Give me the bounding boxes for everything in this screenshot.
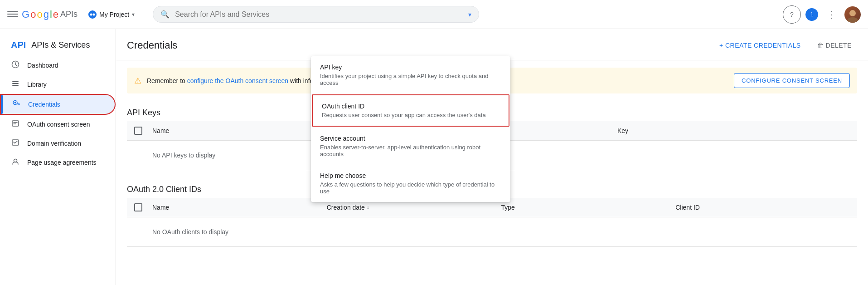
svg-point-3 xyxy=(847,17,858,23)
dropdown-item-oauth-client-id[interactable]: OAuth client ID Requests user consent so… xyxy=(312,94,509,127)
apis-label: APIs xyxy=(60,10,78,19)
dashboard-label: Dashboard xyxy=(27,62,58,69)
oauth-consent-icon xyxy=(11,119,20,129)
api-key-desc: Identifies your project using a simple A… xyxy=(320,73,501,86)
help-choose-desc: Asks a few questions to help you decide … xyxy=(320,181,501,195)
library-label: Library xyxy=(27,81,47,88)
svg-rect-11 xyxy=(19,104,20,105)
svg-rect-5 xyxy=(12,81,19,82)
svg-rect-12 xyxy=(12,121,19,126)
sidebar-header: API APIs & Services xyxy=(0,33,116,56)
configure-oauth-link[interactable]: configure the OAuth consent screen xyxy=(187,77,288,84)
nav-right-section: ? 1 ⋮ xyxy=(783,5,861,24)
sidebar-item-oauth-consent[interactable]: OAuth consent screen xyxy=(0,115,116,134)
library-icon xyxy=(11,79,20,89)
oauth-clients-table: Name Creation date ↓ Type Client ID No O… xyxy=(127,198,857,247)
api-keys-empty-text: No API keys to display xyxy=(152,146,215,164)
sidebar-header-text: APIs & Services xyxy=(31,40,90,50)
oauth-client-id-desc: Requests user consent so your app can ac… xyxy=(322,112,499,118)
service-account-title: Service account xyxy=(320,135,501,142)
domain-verification-icon xyxy=(11,138,20,148)
svg-point-9 xyxy=(15,102,16,103)
top-navigation: Google APIs My Project ▾ 🔍 ▾ ? 1 ⋮ xyxy=(0,0,868,29)
oauth-clients-creation-header: Creation date ↓ xyxy=(327,204,501,211)
warning-icon: ⚠ xyxy=(134,76,141,86)
dropdown-item-service-account[interactable]: Service account Enables server-to-server… xyxy=(311,128,510,165)
svg-point-0 xyxy=(90,13,92,15)
api-keys-select-all-checkbox[interactable] xyxy=(134,127,142,135)
dropdown-item-api-key[interactable]: API key Identifies your project using a … xyxy=(311,56,510,93)
sidebar-item-domain-verification[interactable]: Domain verification xyxy=(0,134,116,153)
oauth-clients-empty-row: No OAuth clients to display xyxy=(127,217,857,247)
credentials-icon xyxy=(12,99,21,109)
domain-verification-label: Domain verification xyxy=(27,140,81,147)
api-keys-checkbox-header xyxy=(134,127,152,135)
avatar-image xyxy=(844,6,861,23)
page-usage-icon xyxy=(11,157,20,167)
oauth-clients-select-all-checkbox[interactable] xyxy=(134,203,142,211)
api-keys-key-header: Key xyxy=(617,127,850,134)
header-actions: + CREATE CREDENTIALS 🗑 DELETE xyxy=(714,38,857,53)
create-credentials-button[interactable]: + CREATE CREDENTIALS xyxy=(714,38,806,53)
sidebar-item-credentials[interactable]: Credentials xyxy=(0,94,116,115)
notification-badge[interactable]: 1 xyxy=(805,7,819,22)
project-dropdown-arrow: ▾ xyxy=(132,11,135,18)
sidebar-item-page-usage[interactable]: Page usage agreements xyxy=(0,153,116,172)
help-button[interactable]: ? xyxy=(783,5,801,24)
project-selector[interactable]: My Project ▾ xyxy=(85,8,138,21)
search-dropdown-icon[interactable]: ▾ xyxy=(468,11,471,18)
project-name: My Project xyxy=(99,11,129,18)
more-options-button[interactable]: ⋮ xyxy=(823,5,841,24)
info-text-before: Remember to xyxy=(147,77,185,84)
search-input[interactable] xyxy=(175,10,465,19)
delete-button[interactable]: 🗑 DELETE xyxy=(812,38,857,53)
help-choose-title: Help me choose xyxy=(320,172,501,179)
oauth-client-id-title: OAuth client ID xyxy=(322,103,499,110)
sort-arrow-icon[interactable]: ↓ xyxy=(367,204,369,211)
api-key-title: API key xyxy=(320,64,501,71)
configure-consent-screen-button[interactable]: CONFIGURE CONSENT SCREEN xyxy=(734,73,850,88)
svg-rect-10 xyxy=(17,103,20,104)
content-area: Credentials + CREATE CREDENTIALS 🗑 DELET… xyxy=(116,29,868,285)
credentials-label: Credentials xyxy=(28,101,60,108)
hamburger-menu[interactable] xyxy=(7,9,18,20)
avatar[interactable] xyxy=(844,6,861,23)
dashboard-icon xyxy=(11,60,20,70)
search-bar: 🔍 ▾ xyxy=(153,6,479,23)
svg-rect-7 xyxy=(12,85,19,86)
oauth-consent-label: OAuth consent screen xyxy=(27,121,90,128)
svg-point-1 xyxy=(93,13,95,15)
dropdown-item-help-choose[interactable]: Help me choose Asks a few questions to h… xyxy=(311,165,510,202)
service-account-desc: Enables server-to-server, app-level auth… xyxy=(320,144,501,157)
notification-wrapper[interactable]: 1 xyxy=(805,7,819,22)
sidebar: API APIs & Services Dashboard Library Cr… xyxy=(0,29,116,285)
content-header: Credentials + CREATE CREDENTIALS 🗑 DELET… xyxy=(116,29,868,60)
project-icon xyxy=(88,10,97,19)
svg-rect-6 xyxy=(12,83,19,84)
google-logo: Google xyxy=(22,9,58,20)
api-icon: API xyxy=(11,40,26,50)
oauth-clients-checkbox-header xyxy=(134,203,152,211)
oauth-clients-creation-label: Creation date xyxy=(327,204,365,211)
sidebar-item-library[interactable]: Library xyxy=(0,75,116,94)
create-credentials-dropdown: API key Identifies your project using a … xyxy=(311,56,510,202)
oauth-clients-type-header: Type xyxy=(501,204,676,211)
sidebar-item-dashboard[interactable]: Dashboard xyxy=(0,56,116,75)
main-layout: API APIs & Services Dashboard Library Cr… xyxy=(0,29,868,285)
svg-point-2 xyxy=(849,10,856,16)
search-icon: 🔍 xyxy=(160,10,170,19)
oauth-clients-empty-text: No OAuth clients to display xyxy=(152,223,228,241)
page-usage-label: Page usage agreements xyxy=(27,159,97,166)
page-title: Credentials xyxy=(127,39,177,51)
oauth-clients-clientid-header: Client ID xyxy=(675,204,850,211)
oauth-clients-name-header: Name xyxy=(152,204,327,211)
